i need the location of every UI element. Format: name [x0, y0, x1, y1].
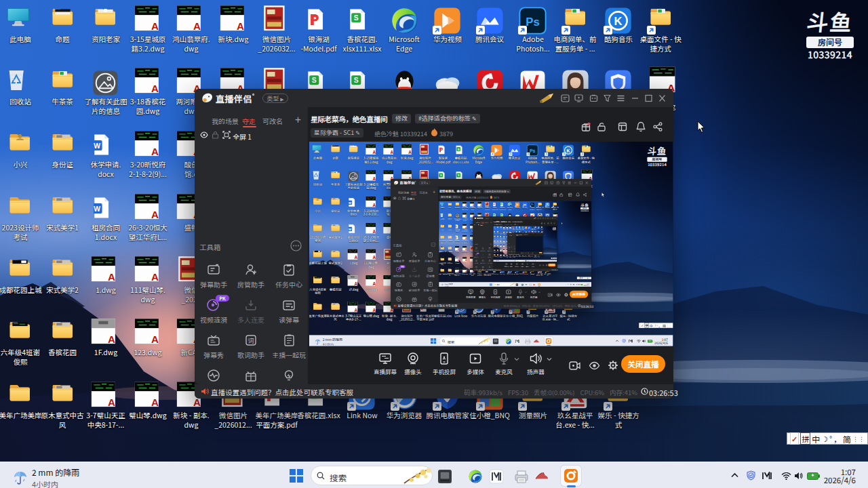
svg-text:词: 词	[413, 283, 416, 286]
svg-text:词: 词	[482, 260, 484, 261]
svg-text:词: 词	[248, 336, 254, 345]
